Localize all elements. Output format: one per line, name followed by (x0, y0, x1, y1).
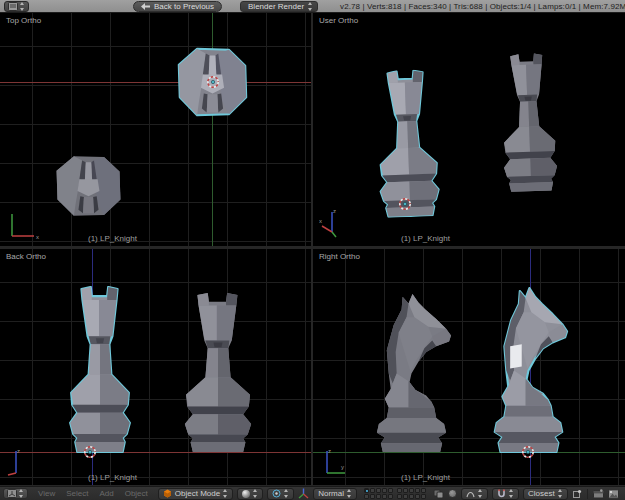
active-object-label: (1) LP_Knight (88, 473, 137, 482)
axis-gizmo: x (6, 210, 40, 240)
knight-model-unselected[interactable] (495, 52, 564, 193)
pivot-point-select[interactable] (267, 488, 294, 500)
opengl-render-icon[interactable] (593, 489, 604, 499)
knight-model-selected[interactable] (64, 286, 136, 453)
back-arrow-icon (141, 3, 150, 10)
3d-cursor[interactable] (206, 75, 220, 89)
x-axis-line (0, 82, 311, 83)
falloff-curve-icon (466, 490, 475, 498)
axis-gizmo: z x (319, 208, 353, 240)
manipulator-axes-icon[interactable] (298, 488, 309, 499)
knight-model-unselected[interactable] (178, 292, 258, 453)
viewport-back-ortho[interactable]: z Back Ortho (1) LP_Knight (0, 249, 311, 485)
info-header: Back to Previous Blender Render v2.78 | … (0, 0, 625, 13)
viewport-user-ortho[interactable]: z x User Ortho (1) LP_Knight (313, 13, 625, 246)
view-name-label: User Ortho (319, 16, 358, 25)
blender-window: Back to Previous Blender Render v2.78 | … (0, 0, 625, 500)
viewport-right-ortho[interactable]: z y Right Ortho (1) LP_Knight (313, 249, 625, 485)
snap-element-icon[interactable] (572, 489, 582, 499)
layer-buttons[interactable] (364, 488, 426, 499)
svg-text:z: z (17, 448, 20, 454)
svg-text:x: x (36, 234, 39, 240)
x-axis-line (0, 452, 311, 453)
view-name-label: Top Ortho (6, 16, 41, 25)
orientation-label: Normal (318, 489, 344, 498)
menu-object[interactable]: Object (125, 489, 148, 498)
snap-target-label: Closest (528, 489, 555, 498)
svg-text:z: z (333, 208, 336, 214)
chevron-updown-icon (284, 489, 289, 498)
viewport-top-ortho[interactable]: x Top Ortho (1) LP_Knight (0, 13, 311, 246)
proportional-edit-icon[interactable] (448, 489, 457, 498)
chevron-updown-icon (558, 489, 563, 498)
render-engine-select[interactable]: Blender Render (240, 1, 318, 12)
chevron-updown-icon (347, 489, 352, 498)
y-axis-line (313, 452, 625, 453)
layer-cell-active[interactable] (364, 488, 369, 493)
view-name-label: Back Ortho (6, 252, 46, 261)
opengl-render-anim-icon[interactable] (608, 489, 619, 499)
chevron-updown-icon (308, 2, 313, 11)
separator (587, 489, 588, 499)
3d-cursor[interactable] (398, 197, 412, 211)
chevron-updown-icon (509, 489, 514, 498)
active-object-label: (1) LP_Knight (401, 234, 450, 243)
menu-select[interactable]: Select (66, 489, 88, 498)
editor-type-button[interactable] (4, 1, 29, 12)
svg-text:z: z (328, 448, 331, 454)
chevron-updown-icon (19, 489, 24, 498)
view-name-label: Right Ortho (319, 252, 360, 261)
manipulate-centers-icon[interactable] (433, 489, 444, 499)
transform-orientation-select[interactable]: Normal (313, 488, 357, 500)
svg-text:y: y (341, 464, 344, 470)
3d-cursor[interactable] (521, 445, 535, 459)
proportional-falloff-select[interactable] (461, 488, 488, 500)
back-to-previous-button[interactable]: Back to Previous (133, 1, 222, 12)
layer-group-2[interactable] (397, 488, 426, 499)
info-editor-icon (8, 2, 18, 11)
mode-label: Object Mode (175, 489, 220, 498)
layer-group-1[interactable] (364, 488, 393, 499)
chevron-updown-icon (253, 489, 258, 498)
engine-label: Blender Render (248, 2, 304, 11)
object-mode-icon (163, 489, 172, 498)
snap-magnet-icon (497, 489, 506, 498)
view3d-menus: View Select Add Object (38, 489, 148, 498)
knight-model-unselected[interactable] (369, 290, 453, 453)
chevron-updown-icon (20, 2, 25, 11)
active-object-label: (1) LP_Knight (88, 234, 137, 243)
pivot-point-icon (272, 489, 281, 498)
snap-target-select[interactable]: Closest (523, 488, 568, 500)
shading-sphere-icon (242, 490, 250, 498)
snap-toggle[interactable] (492, 488, 519, 500)
quad-view-area: x Top Ortho (1) LP_Knight z x User Ortho… (0, 13, 625, 486)
back-button-label: Back to Previous (154, 2, 214, 11)
axis-gizmo: z (6, 447, 40, 479)
knight-model-selected[interactable] (370, 69, 445, 218)
knight-model-selected[interactable] (487, 284, 569, 453)
svg-text:x: x (319, 218, 322, 224)
axis-gizmo: z y (319, 447, 353, 479)
menu-add[interactable]: Add (99, 489, 113, 498)
editor-type-button[interactable] (3, 488, 28, 499)
chevron-updown-icon (478, 489, 483, 498)
menu-view[interactable]: View (38, 489, 55, 498)
3d-cursor[interactable] (83, 445, 97, 459)
knight-model-unselected[interactable] (52, 152, 125, 220)
viewport-shading-select[interactable] (237, 488, 263, 500)
view3d-editor-icon (7, 489, 17, 498)
scene-statistics: v2.78 | Verts:818 | Faces:340 | Tris:688… (340, 2, 625, 11)
interaction-mode-select[interactable]: Object Mode (158, 488, 233, 500)
view3d-header: View Select Add Object Object Mode (0, 486, 625, 500)
active-object-label: (1) LP_Knight (401, 473, 450, 482)
chevron-updown-icon (223, 489, 228, 498)
